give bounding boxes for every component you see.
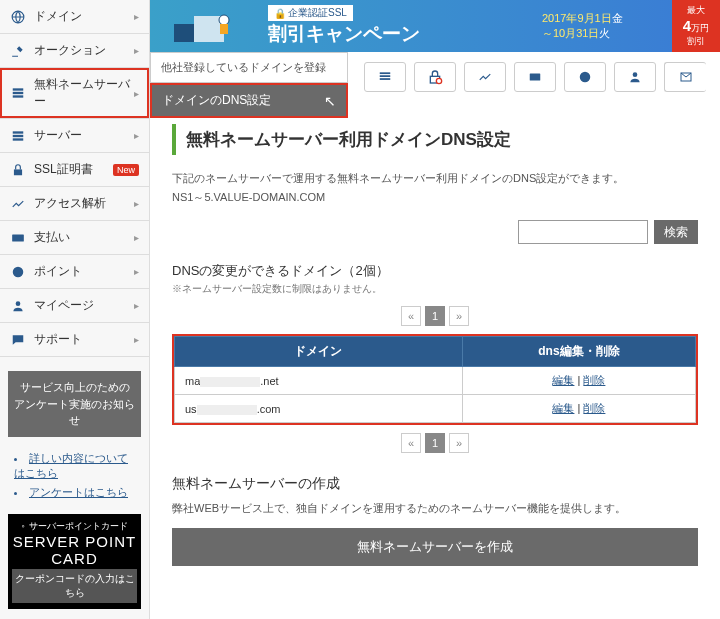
edit-link[interactable]: 編集 (552, 374, 574, 386)
svg-rect-4 (13, 131, 24, 133)
pager-current[interactable]: 1 (425, 433, 445, 453)
pager-next[interactable]: » (449, 433, 469, 453)
lock-icon: 🔒 (274, 8, 286, 19)
flyout-item-register-external[interactable]: 他社登録しているドメインを登録 (150, 52, 348, 83)
pager-current[interactable]: 1 (425, 306, 445, 326)
table-row: ma.net 編集 | 削除 (175, 367, 696, 395)
svg-point-22 (633, 72, 638, 77)
toolbar-mail-icon[interactable] (664, 62, 706, 92)
sidebar-item-point[interactable]: ポイント ▸ (0, 255, 149, 289)
sidebar-item-support[interactable]: サポート ▸ (0, 323, 149, 357)
svg-rect-17 (380, 78, 391, 80)
sidebar-item-ssl[interactable]: SSL証明書 New (0, 153, 149, 187)
domain-list-heading: DNSの変更ができるドメイン（2個） (172, 262, 698, 280)
sidebar-item-analytics[interactable]: アクセス解析 ▸ (0, 187, 149, 221)
toolbar-coin-icon[interactable] (564, 62, 606, 92)
sidebar-item-label: SSL証明書 (34, 161, 109, 178)
sidebar: ドメイン ▸ オークション ▸ 無料ネームサーバー ▸ サーバー ▸ SSL証明… (0, 0, 150, 619)
banner-title: 割引キャンペーン (268, 21, 536, 47)
pager-bottom: « 1 » (172, 433, 698, 453)
toolbar-chart-icon[interactable] (464, 62, 506, 92)
flyout-item-dns-settings[interactable]: ドメインのDNS設定 ↖ (152, 85, 346, 116)
svg-point-10 (16, 301, 21, 306)
domain-table-wrapper: ドメイン dns編集・削除 ma.net 編集 | 削除 us.com 編集 |… (172, 334, 698, 425)
server-icon (10, 85, 26, 101)
banner-illustration (150, 0, 268, 52)
table-header-domain: ドメイン (175, 337, 463, 367)
delete-link[interactable]: 削除 (583, 374, 605, 386)
chevron-right-icon: ▸ (134, 88, 139, 99)
banner-discount-badge: 最大 4万円 割引 (672, 0, 720, 52)
survey-line1: サービス向上のための (14, 379, 135, 396)
svg-rect-1 (13, 88, 24, 90)
sidebar-item-label: ドメイン (34, 8, 134, 25)
dot-icon: ◦ (21, 521, 24, 531)
banner-text: 🔒企業認証SSL 割引キャンペーン (268, 0, 536, 52)
sidebar-item-server[interactable]: サーバー ▸ (0, 119, 149, 153)
svg-point-19 (436, 78, 441, 83)
domain-table: ドメイン dns編集・削除 ma.net 編集 | 削除 us.com 編集 |… (174, 336, 696, 423)
sidebar-item-domain[interactable]: ドメイン ▸ (0, 0, 149, 34)
sidebar-item-label: 無料ネームサーバー (34, 76, 134, 110)
svg-rect-8 (12, 234, 24, 241)
sidebar-item-mypage[interactable]: マイページ ▸ (0, 289, 149, 323)
create-nameserver-button[interactable]: 無料ネームサーバーを作成 (172, 528, 698, 566)
sidebar-item-payment[interactable]: 支払い ▸ (0, 221, 149, 255)
svg-rect-6 (13, 138, 24, 140)
sidebar-item-auction[interactable]: オークション ▸ (0, 34, 149, 68)
sidebar-item-free-nameserver[interactable]: 無料ネームサーバー ▸ (0, 68, 149, 119)
chat-icon (10, 332, 26, 348)
survey-link-details[interactable]: 詳しい内容についてはこちら (14, 452, 128, 479)
user-icon (10, 298, 26, 314)
page-description: 下記のネームサーバーで運用する無料ネームサーバー利用ドメインのDNS設定ができま… (172, 169, 698, 206)
sidebar-item-label: ポイント (34, 263, 134, 280)
sidebar-item-label: マイページ (34, 297, 134, 314)
cursor-icon: ↖ (324, 93, 336, 109)
redacted (200, 377, 260, 387)
server-icon (10, 128, 26, 144)
spc-title: SERVER POINT CARD (12, 533, 137, 567)
toolbar-wallet-icon[interactable] (514, 62, 556, 92)
toolbar-lock-icon[interactable] (414, 62, 456, 92)
sidebar-item-label: 支払い (34, 229, 134, 246)
edit-link[interactable]: 編集 (552, 402, 574, 414)
spc-tag: ◦サーバーポイントカード (12, 520, 137, 533)
actions-cell: 編集 | 削除 (462, 395, 695, 423)
toolbar-server-icon[interactable] (364, 62, 406, 92)
svg-rect-3 (13, 95, 24, 97)
delete-link[interactable]: 削除 (583, 402, 605, 414)
pager-prev[interactable]: « (401, 433, 421, 453)
toolbar-user-icon[interactable] (614, 62, 656, 92)
search-row: 検索 (172, 220, 698, 244)
search-input[interactable] (518, 220, 648, 244)
banner-tag: 🔒企業認証SSL (268, 5, 353, 21)
pager-next[interactable]: » (449, 306, 469, 326)
survey-links: 詳しい内容についてはこちら アンケートはこちら (14, 451, 135, 500)
pager-prev[interactable]: « (401, 306, 421, 326)
svg-point-21 (580, 72, 591, 83)
sidebar-item-label: サーバー (34, 127, 134, 144)
survey-line2: アンケート実施のお知らせ (14, 396, 135, 429)
sidebar-item-label: オークション (34, 42, 134, 59)
chevron-right-icon: ▸ (134, 11, 139, 22)
server-point-card[interactable]: ◦サーバーポイントカード SERVER POINT CARD クーポンコードの入… (8, 514, 141, 609)
actions-cell: 編集 | 削除 (462, 367, 695, 395)
svg-rect-16 (380, 75, 391, 77)
domain-cell: us.com (175, 395, 463, 423)
domain-cell: ma.net (175, 367, 463, 395)
gavel-icon (10, 43, 26, 59)
new-badge: New (113, 164, 139, 176)
svg-rect-5 (13, 134, 24, 136)
survey-link-form[interactable]: アンケートはこちら (29, 486, 128, 498)
main: 🔒企業認証SSL 割引キャンペーン 2017年9月1日金 ～10月31日火 最大… (150, 0, 720, 619)
ssl-campaign-banner[interactable]: 🔒企業認証SSL 割引キャンペーン 2017年9月1日金 ～10月31日火 最大… (150, 0, 720, 52)
redacted (197, 405, 257, 415)
svg-rect-15 (380, 72, 391, 74)
search-button[interactable]: 検索 (654, 220, 698, 244)
survey-box: サービス向上のための アンケート実施のお知らせ (8, 371, 141, 437)
svg-rect-14 (220, 24, 228, 34)
table-header-actions: dns編集・削除 (462, 337, 695, 367)
sidebar-item-label: サポート (34, 331, 134, 348)
create-heading: 無料ネームサーバーの作成 (172, 475, 698, 493)
coin-icon (10, 264, 26, 280)
